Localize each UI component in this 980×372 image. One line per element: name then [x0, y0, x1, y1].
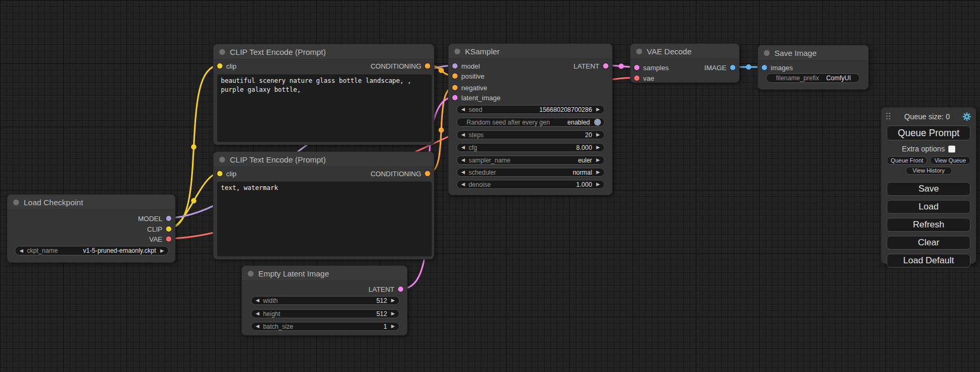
width-widget[interactable]: width 512 [251, 296, 400, 305]
output-port-image[interactable]: IMAGE [704, 64, 735, 71]
load-button[interactable]: Load [887, 200, 971, 214]
increment-arrow-icon[interactable] [391, 324, 395, 329]
model-port-dot-icon[interactable] [452, 63, 458, 69]
collapse-dot-icon[interactable] [764, 50, 770, 56]
output-port-vae[interactable]: VAE [149, 235, 171, 243]
node-clip-text-encode-negative[interactable]: CLIP Text Encode (Prompt) clip CONDITION… [213, 151, 434, 260]
latent-port-dot-icon[interactable] [398, 287, 403, 292]
node-load-checkpoint[interactable]: Load Checkpoint MODEL CLIP VAE ckpt_name… [7, 194, 176, 263]
node-vae-decode[interactable]: VAE Decode samples vae IMAGE [630, 43, 740, 83]
image-port-dot-icon[interactable] [730, 65, 735, 70]
node-clip-text-encode-positive[interactable]: CLIP Text Encode (Prompt) clip CONDITION… [213, 44, 434, 145]
collapse-dot-icon[interactable] [636, 49, 642, 54]
latent-port-dot-icon[interactable] [452, 95, 458, 100]
decrement-arrow-icon[interactable] [256, 311, 259, 316]
refresh-button[interactable]: Refresh [887, 218, 971, 232]
input-port-vae[interactable]: vae [634, 74, 654, 82]
queue-prompt-button[interactable]: Queue Prompt [887, 126, 971, 140]
node-titlebar[interactable]: VAE Decode [630, 44, 739, 59]
input-port-positive[interactable]: positive [452, 72, 484, 80]
decrement-arrow-icon[interactable] [256, 298, 259, 303]
image-port-dot-icon[interactable] [762, 65, 767, 70]
collapse-dot-icon[interactable] [219, 157, 225, 163]
decrement-arrow-icon[interactable] [20, 249, 23, 253]
wire-midpoint-clip-to-negative-clip[interactable] [191, 198, 197, 204]
clip-port-dot-icon[interactable] [217, 63, 222, 69]
clip-port-dot-icon[interactable] [217, 171, 222, 176]
decrement-arrow-icon[interactable] [461, 145, 465, 150]
increment-arrow-icon[interactable] [391, 311, 395, 316]
view-history-button[interactable]: View History [906, 167, 952, 175]
filename-prefix-widget[interactable]: filename_prefix ComfyUI [766, 73, 860, 83]
increment-arrow-icon[interactable] [391, 298, 395, 303]
output-port-model[interactable]: MODEL [138, 215, 171, 222]
input-port-model[interactable]: model [452, 62, 480, 70]
decrement-arrow-icon[interactable] [461, 158, 465, 163]
steps-widget[interactable]: steps 20 [457, 130, 605, 139]
output-port-conditioning[interactable]: CONDITIONING [371, 170, 430, 177]
negative-prompt-textarea[interactable]: text, watermark [217, 182, 432, 256]
increment-arrow-icon[interactable] [160, 249, 164, 253]
positive-prompt-textarea[interactable]: beautiful scenery nature glass bottle la… [217, 74, 432, 142]
input-port-clip[interactable]: clip [217, 62, 237, 70]
input-port-samples[interactable]: samples [634, 64, 668, 71]
sampler-name-widget[interactable]: sampler_name euler [457, 156, 605, 165]
scheduler-widget[interactable]: scheduler normal [457, 168, 605, 177]
node-ksampler[interactable]: KSampler model positive negative latent_… [448, 43, 613, 195]
wire-midpoint-positive-conditioning[interactable] [439, 68, 444, 73]
denoise-widget[interactable]: denoise 1.000 [457, 180, 605, 189]
seed-widget[interactable]: seed 156680208700286 [457, 105, 605, 114]
graph-canvas[interactable]: Load Checkpoint MODEL CLIP VAE ckpt_name… [0, 0, 980, 372]
wire-midpoint-image-to-save[interactable] [746, 64, 751, 70]
node-save-image[interactable]: Save Image images filename_prefix ComfyU… [758, 45, 869, 90]
model-port-dot-icon[interactable] [166, 216, 171, 221]
collapse-dot-icon[interactable] [219, 49, 225, 55]
decrement-arrow-icon[interactable] [256, 324, 259, 329]
output-port-latent[interactable]: LATENT [574, 62, 608, 70]
collapse-dot-icon[interactable] [13, 199, 19, 205]
node-titlebar[interactable]: CLIP Text Encode (Prompt) [214, 152, 434, 167]
decrement-arrow-icon[interactable] [461, 107, 465, 112]
save-button[interactable]: Save [887, 182, 971, 196]
output-port-clip[interactable]: CLIP [147, 225, 171, 233]
clear-button[interactable]: Clear [887, 236, 971, 250]
node-titlebar[interactable]: Save Image [758, 45, 868, 61]
node-titlebar[interactable]: Load Checkpoint [7, 195, 175, 210]
input-port-images[interactable]: images [762, 64, 793, 71]
output-port-conditioning[interactable]: CONDITIONING [371, 62, 430, 70]
vae-port-dot-icon[interactable] [634, 75, 639, 81]
settings-gear-icon[interactable] [963, 112, 971, 121]
increment-arrow-icon[interactable] [596, 145, 600, 150]
latent-port-dot-icon[interactable] [603, 63, 608, 69]
height-widget[interactable]: height 512 [251, 309, 400, 318]
vae-port-dot-icon[interactable] [166, 236, 171, 242]
increment-arrow-icon[interactable] [596, 107, 600, 112]
drag-handle-icon[interactable] [886, 113, 891, 121]
decrement-arrow-icon[interactable] [461, 170, 465, 175]
input-port-clip[interactable]: clip [217, 170, 237, 177]
wire-midpoint-negative-conditioning[interactable] [439, 128, 444, 133]
clip-port-dot-icon[interactable] [166, 226, 171, 232]
random-seed-widget[interactable]: Random seed after every gen enabled [457, 118, 605, 127]
latent-port-dot-icon[interactable] [634, 65, 639, 70]
conditioning-port-dot-icon[interactable] [452, 73, 458, 79]
output-port-latent[interactable]: LATENT [368, 285, 403, 293]
node-titlebar[interactable]: Empty Latent Image [242, 266, 407, 281]
input-port-negative[interactable]: negative [452, 84, 487, 91]
batch-size-widget[interactable]: batch_size 1 [251, 322, 400, 331]
increment-arrow-icon[interactable] [596, 170, 600, 175]
collapse-dot-icon[interactable] [248, 271, 254, 276]
increment-arrow-icon[interactable] [596, 182, 600, 187]
decrement-arrow-icon[interactable] [461, 182, 465, 187]
wire-midpoint-clip-to-positive-clip[interactable] [191, 145, 197, 150]
extra-options-checkbox[interactable] [948, 146, 955, 152]
cfg-widget[interactable]: cfg 8.000 [457, 143, 605, 152]
conditioning-port-dot-icon[interactable] [452, 85, 458, 90]
decrement-arrow-icon[interactable] [461, 132, 465, 137]
load-default-button[interactable]: Load Default [887, 254, 971, 268]
ckpt-name-widget[interactable]: ckpt_name v1-5-pruned-emaonly.ckpt [15, 246, 169, 255]
view-queue-button[interactable]: View Queue [930, 156, 971, 165]
queue-front-button[interactable]: Queue Front [887, 156, 927, 165]
node-empty-latent-image[interactable]: Empty Latent Image LATENT width 512 heig… [241, 265, 407, 336]
node-titlebar[interactable]: CLIP Text Encode (Prompt) [214, 44, 434, 60]
